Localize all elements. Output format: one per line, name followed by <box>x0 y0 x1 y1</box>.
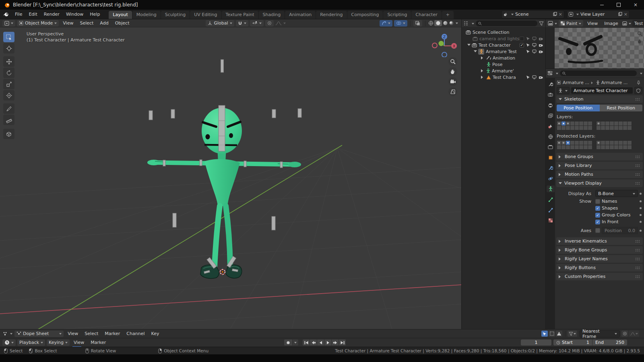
hide-viewport-icon[interactable] <box>532 43 537 47</box>
disable-render-icon[interactable] <box>539 43 543 47</box>
image-menu-view[interactable]: View <box>584 21 601 26</box>
tab-scene[interactable] <box>547 123 555 130</box>
filter-dropdown[interactable] <box>568 331 577 337</box>
in-front-checkbox[interactable]: ✓ <box>595 220 600 224</box>
shading-material-button[interactable] <box>443 21 448 26</box>
axes-position-slider[interactable]: Position 0.0 <box>602 227 638 234</box>
falloff-dropdown[interactable] <box>629 331 639 337</box>
tab-physics[interactable] <box>547 175 555 182</box>
panel-viewport-display[interactable]: Viewport Display <box>556 179 643 187</box>
tab-armature-data[interactable] <box>547 185 555 192</box>
expand-icon[interactable] <box>474 50 477 54</box>
tool-annotate[interactable] <box>3 103 14 114</box>
remove-view-layer-icon[interactable]: × <box>624 12 627 17</box>
outliner-row-scene-collection[interactable]: Scene Collection <box>462 29 545 35</box>
dope-sheet-mode-dropdown[interactable]: Dope Sheet <box>14 331 64 337</box>
view-layer-selector[interactable]: View Layer × <box>567 10 630 19</box>
viewport-menu-object[interactable]: Object <box>112 21 133 26</box>
tab-world[interactable] <box>547 133 555 140</box>
protected-layers-grid-1[interactable] <box>557 140 592 150</box>
editor-type-dope-sheet-icon[interactable] <box>3 331 8 336</box>
animate-dot[interactable] <box>640 193 642 195</box>
tool-select-box[interactable] <box>3 32 14 42</box>
maximize-button[interactable] <box>610 0 627 10</box>
3d-scene[interactable] <box>0 27 461 329</box>
armature-browse-dropdown[interactable] <box>557 87 570 94</box>
image-menu-image[interactable]: Image <box>601 21 621 26</box>
expand-icon[interactable] <box>481 56 485 60</box>
outliner-row-test-character[interactable]: Test Character ✓ <box>462 42 545 48</box>
hide-viewport-icon[interactable] <box>532 37 537 41</box>
tab-bone-constraints[interactable] <box>547 206 555 213</box>
proportional-editing-icon[interactable] <box>265 20 274 27</box>
shading-rendered-button[interactable] <box>449 21 454 26</box>
tool-transform[interactable] <box>3 90 14 101</box>
show-hidden-toggle[interactable] <box>549 331 555 337</box>
close-button[interactable]: × <box>627 0 644 10</box>
dope-menu-marker[interactable]: Marker <box>101 331 123 336</box>
collection-checkbox[interactable] <box>520 37 524 41</box>
tool-cursor[interactable] <box>3 43 14 53</box>
snap-target-dropdown[interactable] <box>250 20 264 27</box>
editor-type-outliner-icon[interactable] <box>463 21 469 26</box>
tab-collection[interactable] <box>547 144 555 150</box>
timeline-menu-marker[interactable]: Marker <box>87 340 109 345</box>
tab-render[interactable] <box>547 91 555 98</box>
disable-render-icon[interactable] <box>539 50 543 53</box>
selectable-icon[interactable] <box>526 49 530 53</box>
editor-type-image-icon[interactable] <box>548 21 553 26</box>
snap-magnet-icon[interactable] <box>236 20 248 27</box>
keying-dropdown[interactable]: Keying <box>47 339 70 346</box>
outliner-row-camera-and-lights[interactable]: camera and lights <box>462 35 545 42</box>
play-button[interactable] <box>324 339 331 346</box>
breadcrumb-object-label[interactable]: Armature ... <box>563 80 589 85</box>
image-mode-dropdown[interactable]: Paint <box>559 20 583 27</box>
viewport-menu-view[interactable]: View <box>60 21 76 26</box>
collection-checkbox-checked[interactable]: ✓ <box>520 43 524 47</box>
camera-view-icon[interactable] <box>448 77 457 86</box>
tab-modifiers[interactable] <box>547 165 555 171</box>
armature-name-input[interactable]: Armature Test Character <box>571 87 633 94</box>
play-reverse-button[interactable] <box>317 339 324 346</box>
timeline-menu-view[interactable]: View <box>70 340 87 345</box>
minimize-button[interactable] <box>593 0 610 10</box>
editor-type-timeline-icon[interactable] <box>2 339 16 346</box>
transform-orientation-dropdown[interactable]: Global <box>206 20 234 27</box>
tool-add-cube[interactable] <box>3 129 14 139</box>
current-frame-field[interactable]: 1 <box>521 339 551 346</box>
expand-icon[interactable] <box>467 44 471 47</box>
proportional-editing-toggle[interactable] <box>621 331 628 337</box>
workspace-tab-layout[interactable]: Layout <box>109 11 132 19</box>
panel-bone-groups[interactable]: Bone Groups <box>556 153 643 160</box>
image-editor-canvas[interactable] <box>546 28 644 68</box>
panel-rigify-bone-groups[interactable]: Rigify Bone Groups <box>556 246 643 254</box>
jump-to-start-button[interactable] <box>303 339 310 346</box>
auto-keying-record-button[interactable] <box>284 339 292 346</box>
group-colors-checkbox[interactable]: ✓ <box>595 213 600 218</box>
menu-render[interactable]: Render <box>41 12 63 17</box>
panel-skeleton[interactable]: Skeleton <box>556 95 643 103</box>
workspace-tab-compositing[interactable]: Compositing <box>347 11 383 19</box>
menu-window[interactable]: Window <box>63 12 87 17</box>
animate-dot[interactable] <box>640 214 642 216</box>
tab-bone[interactable] <box>547 196 555 203</box>
animate-dot[interactable] <box>640 200 642 202</box>
zoom-icon[interactable] <box>448 57 457 66</box>
animate-dot[interactable] <box>640 221 642 223</box>
navigation-gizmo[interactable]: Z X <box>431 31 457 57</box>
tool-scale[interactable] <box>3 79 14 89</box>
new-scene-icon[interactable] <box>553 12 557 16</box>
shading-solid-button[interactable] <box>434 20 442 26</box>
show-overlays-toggle[interactable] <box>394 20 407 27</box>
selectable-icon[interactable] <box>526 75 530 79</box>
dope-menu-key[interactable]: Key <box>148 331 163 336</box>
outliner-row-armature-data[interactable]: Armature' <box>462 68 545 74</box>
breadcrumb-data-label[interactable]: Armature ... <box>601 80 628 85</box>
disable-render-icon[interactable] <box>539 76 543 79</box>
editor-type-viewport-icon[interactable] <box>2 20 15 27</box>
blender-menu-icon[interactable] <box>3 12 9 17</box>
pose-position-button[interactable]: Pose Position <box>557 105 600 111</box>
proportional-falloff-icon[interactable] <box>275 21 282 26</box>
tab-tool[interactable] <box>547 81 555 88</box>
rest-position-button[interactable]: Rest Position <box>600 105 643 111</box>
